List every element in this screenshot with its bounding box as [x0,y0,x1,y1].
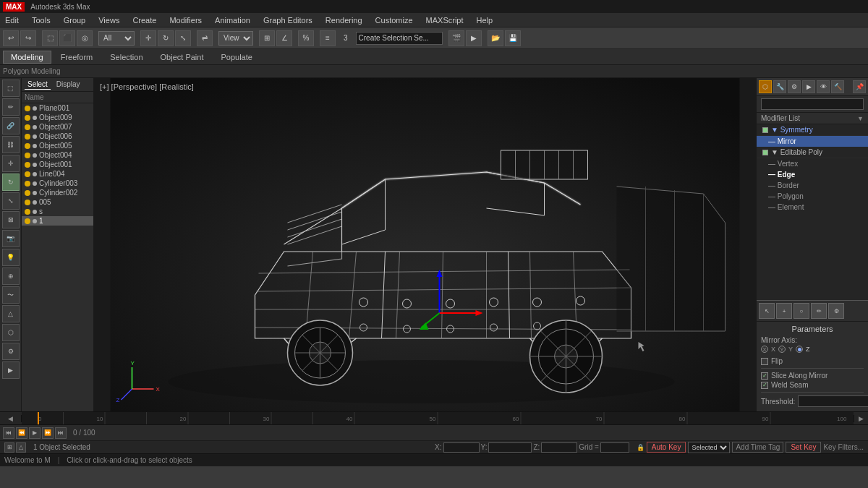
symmetry-checkbox[interactable] [762,127,768,133]
menu-tools[interactable]: Tools [30,16,53,25]
prev-frame-button[interactable]: ⏪ [16,427,27,439]
selection-set-input[interactable] [356,32,443,45]
rotate-button[interactable]: ↻ [158,30,174,46]
z-input[interactable]: 51.386 [541,442,577,453]
modifier-number-input[interactable]: 1 [761,98,864,110]
y-input[interactable]: 107.392 [488,442,532,453]
x-input[interactable]: -0.71 [443,442,480,453]
list-item[interactable]: Cylinder003 [22,179,93,188]
pin-panel-icon[interactable]: 📌 [853,80,866,93]
align-button[interactable]: ≡ [320,30,336,46]
systems-tool[interactable]: ⚙ [2,343,20,360]
timeline-scroll-right[interactable]: ▶ [859,415,864,422]
tab-populate[interactable]: Populate [213,51,260,64]
select-button[interactable]: ⬚ [42,30,58,46]
symmetry-modifier[interactable]: ▼ Symmetry [757,124,868,136]
hierarchy-panel-icon[interactable]: ⚙ [788,80,801,93]
menu-maxscript[interactable]: MAXScript [424,16,466,25]
menu-graph-editors[interactable]: Graph Editors [261,16,315,25]
tool-settings[interactable]: ⚙ [828,303,844,319]
shapes-tool[interactable]: △ [2,305,20,322]
menu-views[interactable]: Views [96,16,122,25]
editable-poly-checkbox[interactable] [762,150,768,155]
menu-create[interactable]: Create [130,16,158,25]
camera-tool[interactable]: 📷 [2,230,20,247]
list-item[interactable]: 005 [22,197,93,207]
status-icon-2[interactable]: △ [16,442,26,453]
status-icon-1[interactable]: ⊞ [4,442,14,453]
squash-tool[interactable]: ⊠ [2,211,20,228]
tab-object-paint[interactable]: Object Paint [153,51,212,64]
list-item[interactable]: s [22,207,93,216]
vertex-sub[interactable]: — Vertex [757,158,868,169]
utilities-panel-icon[interactable]: 🔨 [831,80,844,93]
paint-tool[interactable]: ✏ [2,98,20,116]
key-filters-button[interactable]: Key Filters... [823,443,864,451]
tool-move-vertex[interactable]: + [776,303,792,319]
tool-cursor[interactable]: ↖ [759,303,775,319]
render-button[interactable]: ▶ [466,30,482,46]
snap-toggle[interactable]: ⊞ [259,30,275,46]
open-button[interactable]: 📂 [488,30,503,46]
menu-group[interactable]: Group [61,16,88,25]
tab-selection[interactable]: Selection [102,51,150,64]
list-item[interactable]: Object001 [22,160,93,169]
menu-help[interactable]: Help [475,16,495,25]
create-panel-icon[interactable]: ⬡ [759,80,772,93]
mirror-button[interactable]: ⇌ [197,30,213,46]
link-tool[interactable]: 🔗 [2,117,20,134]
polygon-sub[interactable]: — Polygon [757,191,868,202]
expand-left[interactable]: ▶ [2,361,20,379]
move-tool[interactable]: ✛ [2,155,20,172]
view-dropdown[interactable]: View [218,31,253,46]
auto-key-button[interactable]: Auto Key [647,442,686,453]
menu-edit[interactable]: Edit [3,16,21,25]
axis-z-radio[interactable] [796,346,803,353]
mirror-sub[interactable]: — Mirror [757,136,868,147]
list-item[interactable]: Object007 [22,122,93,132]
render-setup[interactable]: 🎬 [448,30,464,46]
undo-button[interactable]: ↩ [3,30,19,46]
edge-sub[interactable]: — Edge [757,169,868,180]
flip-checkbox[interactable] [761,358,768,365]
grid-input[interactable]: 10.0 [600,442,629,453]
tool-paint[interactable]: ✏ [811,303,827,319]
list-item[interactable]: Object009 [22,113,93,122]
menu-animation[interactable]: Animation [213,16,252,25]
percent-snap[interactable]: % [298,30,314,46]
viewport[interactable]: [+] [Perspective] [Realistic] [94,78,756,411]
light-tool[interactable]: 💡 [2,249,20,266]
menu-customize[interactable]: Customize [373,16,415,25]
timeline-scroll-left[interactable]: ◀ [8,415,13,422]
angle-snap[interactable]: ∠ [276,30,292,46]
timeline-track[interactable]: 0 10 20 30 40 50 60 70 80 90 100 [22,412,854,424]
tool-select-loop[interactable]: ○ [793,303,809,319]
geometry-tool[interactable]: ⬡ [2,324,20,341]
lasso-button[interactable]: ◎ [77,30,93,46]
axis-y-radio[interactable]: Y [778,346,786,353]
modifier-list-arrow[interactable]: ▼ [857,115,864,122]
element-sub[interactable]: — Element [757,202,868,213]
set-key-button[interactable]: Set Key [786,442,821,453]
editable-poly-modifier[interactable]: ▼ Editable Poly [757,147,868,158]
list-item[interactable]: Line004 [22,169,93,179]
helper-tool[interactable]: ⊕ [2,267,20,285]
list-item[interactable]: 1 [22,216,93,226]
auto-key-dropdown[interactable]: Selected [688,442,730,453]
move-button[interactable]: ✛ [140,30,156,46]
list-item[interactable]: Object004 [22,150,93,160]
menu-modifiers[interactable]: Modifiers [167,16,204,25]
scale-tool[interactable]: ⤡ [2,192,20,210]
add-time-tag-button[interactable]: Add Time Tag [732,442,783,453]
motion-panel-icon[interactable]: ▶ [802,80,815,93]
list-item[interactable]: Object005 [22,141,93,150]
play-button[interactable]: ▶ [29,427,41,439]
unlink-tool[interactable]: ⛓ [2,136,20,153]
border-sub[interactable]: — Border [757,180,868,191]
weld-checkbox[interactable]: ✓ [761,382,768,389]
menu-rendering[interactable]: Rendering [323,16,365,25]
save-button[interactable]: 💾 [505,30,521,46]
scene-tab-display[interactable]: Display [54,80,83,90]
slice-checkbox[interactable]: ✓ [761,372,768,380]
modify-panel-icon[interactable]: 🔧 [773,80,786,93]
